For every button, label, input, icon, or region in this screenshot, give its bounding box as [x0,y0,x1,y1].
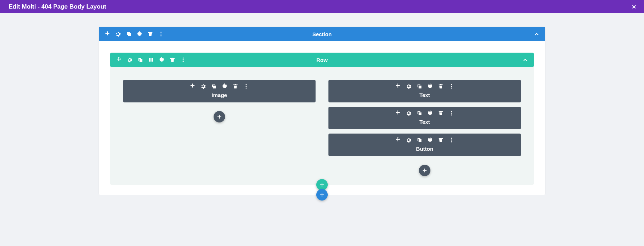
column-2: Text Text [328,80,521,176]
gear-icon[interactable] [406,83,411,89]
section-tools [104,31,164,37]
add-section-button[interactable] [316,189,328,201]
duplicate-icon[interactable] [211,83,217,89]
power-icon[interactable] [222,83,228,89]
duplicate-icon[interactable] [416,83,422,89]
module-button[interactable]: Button [328,134,521,156]
row: Row [110,53,534,185]
titlebar: Edit Molti - 404 Page Body Layout [0,0,644,13]
add-module-button[interactable] [214,111,225,122]
section: Section Row [99,27,545,195]
duplicate-icon[interactable] [416,137,422,143]
section-label: Section [99,31,545,37]
move-icon[interactable] [116,57,122,63]
power-icon[interactable] [159,57,165,63]
trash-icon[interactable] [438,83,444,89]
collapse-icon[interactable] [522,57,528,63]
move-icon[interactable] [190,83,195,89]
module-label: Text [328,119,521,125]
row-body: Image [110,67,534,180]
duplicate-icon[interactable] [137,57,143,63]
module-label: Button [328,146,521,152]
row-bar[interactable]: Row [110,53,534,67]
module-label: Text [328,92,521,98]
close-button[interactable] [630,3,638,10]
add-module-button[interactable] [419,165,430,176]
builder-canvas: Section Row [0,13,644,195]
gear-icon[interactable] [200,83,206,89]
more-icon[interactable] [180,57,186,63]
gear-icon[interactable] [406,137,411,143]
more-icon[interactable] [449,110,454,116]
gear-icon[interactable] [115,31,121,37]
row-tools [116,57,186,63]
move-icon[interactable] [104,31,110,37]
more-icon[interactable] [158,31,164,37]
power-icon[interactable] [427,137,433,143]
gear-icon[interactable] [406,110,411,116]
trash-icon[interactable] [438,110,444,116]
move-icon[interactable] [395,110,401,116]
power-icon[interactable] [137,31,142,37]
page-title: Edit Molti - 404 Page Body Layout [9,3,630,10]
trash-icon[interactable] [233,83,238,89]
module-label: Image [123,92,316,98]
trash-icon[interactable] [170,57,175,63]
module-tools [328,110,521,116]
module-image[interactable]: Image [123,80,316,102]
trash-icon[interactable] [438,137,444,143]
duplicate-icon[interactable] [416,110,422,116]
power-icon[interactable] [427,83,433,89]
move-icon[interactable] [395,137,401,143]
module-tools [328,83,521,89]
duplicate-icon[interactable] [126,31,132,37]
more-icon[interactable] [449,137,454,143]
power-icon[interactable] [427,110,433,116]
collapse-icon[interactable] [534,31,540,37]
trash-icon[interactable] [147,31,153,37]
columns-icon[interactable] [148,57,154,63]
more-icon[interactable] [243,83,249,89]
module-text[interactable]: Text [328,80,521,102]
more-icon[interactable] [449,83,454,89]
column-1: Image [123,80,316,176]
module-tools [328,137,521,143]
gear-icon[interactable] [127,57,132,63]
module-tools [123,83,316,89]
module-text[interactable]: Text [328,107,521,129]
move-icon[interactable] [395,83,401,89]
section-body: Row [99,41,545,195]
section-bar[interactable]: Section [99,27,545,41]
